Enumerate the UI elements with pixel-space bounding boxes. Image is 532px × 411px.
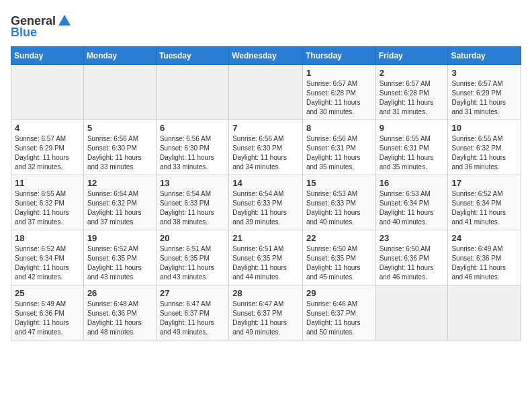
day-detail: Sunrise: 6:57 AMSunset: 6:28 PMDaylight:… — [380, 79, 445, 117]
day-cell — [448, 285, 521, 340]
day-cell: 6Sunrise: 6:56 AMSunset: 6:30 PMDaylight… — [156, 120, 228, 175]
day-cell: 8Sunrise: 6:56 AMSunset: 6:31 PMDaylight… — [302, 120, 375, 175]
day-number: 6 — [160, 123, 225, 133]
day-cell: 12Sunrise: 6:54 AMSunset: 6:32 PMDayligh… — [83, 175, 156, 230]
logo: General Blue — [11, 13, 73, 40]
day-detail: Sunrise: 6:52 AMSunset: 6:34 PMDaylight:… — [15, 244, 80, 282]
day-cell: 5Sunrise: 6:56 AMSunset: 6:30 PMDaylight… — [83, 120, 156, 175]
day-number: 29 — [306, 288, 372, 298]
day-detail: Sunrise: 6:54 AMSunset: 6:32 PMDaylight:… — [87, 189, 152, 227]
day-number: 16 — [380, 178, 445, 188]
day-detail: Sunrise: 6:56 AMSunset: 6:30 PMDaylight:… — [232, 134, 299, 172]
day-number: 23 — [380, 233, 445, 243]
day-cell: 22Sunrise: 6:50 AMSunset: 6:35 PMDayligh… — [302, 230, 375, 285]
day-number: 12 — [87, 178, 152, 188]
day-detail: Sunrise: 6:56 AMSunset: 6:30 PMDaylight:… — [87, 134, 152, 172]
day-number: 7 — [232, 123, 299, 133]
day-detail: Sunrise: 6:52 AMSunset: 6:34 PMDaylight:… — [451, 189, 517, 227]
day-detail: Sunrise: 6:52 AMSunset: 6:35 PMDaylight:… — [87, 244, 152, 282]
day-cell — [83, 65, 156, 120]
day-detail: Sunrise: 6:54 AMSunset: 6:33 PMDaylight:… — [160, 189, 225, 227]
day-detail: Sunrise: 6:56 AMSunset: 6:31 PMDaylight:… — [306, 134, 372, 172]
day-cell: 15Sunrise: 6:53 AMSunset: 6:33 PMDayligh… — [302, 175, 375, 230]
day-number: 21 — [232, 233, 299, 243]
day-number: 13 — [160, 178, 225, 188]
day-cell: 13Sunrise: 6:54 AMSunset: 6:33 PMDayligh… — [156, 175, 228, 230]
week-row-1: 1Sunrise: 6:57 AMSunset: 6:28 PMDaylight… — [11, 65, 521, 120]
day-detail: Sunrise: 6:49 AMSunset: 6:36 PMDaylight:… — [15, 300, 80, 337]
day-cell: 27Sunrise: 6:47 AMSunset: 6:37 PMDayligh… — [156, 285, 228, 340]
col-header-monday: Monday — [83, 47, 156, 65]
logo-blue: Blue — [11, 26, 37, 40]
day-number: 10 — [451, 123, 517, 133]
day-cell: 16Sunrise: 6:53 AMSunset: 6:34 PMDayligh… — [375, 175, 448, 230]
day-cell: 9Sunrise: 6:55 AMSunset: 6:31 PMDaylight… — [375, 120, 448, 175]
day-number: 14 — [232, 178, 299, 188]
day-detail: Sunrise: 6:57 AMSunset: 6:28 PMDaylight:… — [306, 79, 372, 117]
week-row-5: 25Sunrise: 6:49 AMSunset: 6:36 PMDayligh… — [11, 285, 521, 340]
day-cell: 10Sunrise: 6:55 AMSunset: 6:32 PMDayligh… — [448, 120, 521, 175]
svg-marker-0 — [58, 15, 71, 26]
header: General Blue — [11, 11, 521, 40]
day-detail: Sunrise: 6:50 AMSunset: 6:36 PMDaylight:… — [380, 244, 445, 282]
day-cell: 19Sunrise: 6:52 AMSunset: 6:35 PMDayligh… — [83, 230, 156, 285]
day-detail: Sunrise: 6:51 AMSunset: 6:35 PMDaylight:… — [232, 244, 299, 282]
logo-icon — [57, 13, 72, 28]
day-detail: Sunrise: 6:46 AMSunset: 6:37 PMDaylight:… — [306, 300, 372, 337]
day-number: 20 — [160, 233, 225, 243]
day-detail: Sunrise: 6:55 AMSunset: 6:31 PMDaylight:… — [380, 134, 445, 172]
col-header-wednesday: Wednesday — [229, 47, 303, 65]
day-cell: 25Sunrise: 6:49 AMSunset: 6:36 PMDayligh… — [11, 285, 84, 340]
col-header-thursday: Thursday — [302, 47, 375, 65]
day-number: 1 — [306, 68, 372, 78]
day-number: 8 — [306, 123, 372, 133]
day-number: 28 — [232, 288, 299, 298]
day-number: 9 — [380, 123, 445, 133]
day-detail: Sunrise: 6:51 AMSunset: 6:35 PMDaylight:… — [160, 244, 225, 282]
day-detail: Sunrise: 6:56 AMSunset: 6:30 PMDaylight:… — [160, 134, 225, 172]
day-detail: Sunrise: 6:55 AMSunset: 6:32 PMDaylight:… — [15, 189, 80, 227]
week-row-4: 18Sunrise: 6:52 AMSunset: 6:34 PMDayligh… — [11, 230, 521, 285]
day-number: 24 — [451, 233, 517, 243]
day-cell — [156, 65, 228, 120]
col-header-tuesday: Tuesday — [156, 47, 228, 65]
day-number: 22 — [306, 233, 372, 243]
day-cell: 7Sunrise: 6:56 AMSunset: 6:30 PMDaylight… — [229, 120, 303, 175]
day-detail: Sunrise: 6:53 AMSunset: 6:34 PMDaylight:… — [380, 189, 445, 227]
day-detail: Sunrise: 6:53 AMSunset: 6:33 PMDaylight:… — [306, 189, 372, 227]
day-number: 17 — [451, 178, 517, 188]
day-number: 2 — [380, 68, 445, 78]
day-cell: 24Sunrise: 6:49 AMSunset: 6:36 PMDayligh… — [448, 230, 521, 285]
day-cell: 14Sunrise: 6:54 AMSunset: 6:33 PMDayligh… — [229, 175, 303, 230]
day-number: 5 — [87, 123, 152, 133]
week-row-3: 11Sunrise: 6:55 AMSunset: 6:32 PMDayligh… — [11, 175, 521, 230]
calendar-table: SundayMondayTuesdayWednesdayThursdayFrid… — [11, 46, 521, 340]
day-cell: 3Sunrise: 6:57 AMSunset: 6:29 PMDaylight… — [448, 65, 521, 120]
day-number: 4 — [15, 123, 80, 133]
col-header-sunday: Sunday — [11, 47, 84, 65]
col-header-saturday: Saturday — [448, 47, 521, 65]
day-detail: Sunrise: 6:48 AMSunset: 6:36 PMDaylight:… — [87, 300, 152, 337]
day-detail: Sunrise: 6:47 AMSunset: 6:37 PMDaylight:… — [160, 300, 225, 337]
day-cell: 1Sunrise: 6:57 AMSunset: 6:28 PMDaylight… — [302, 65, 375, 120]
day-detail: Sunrise: 6:57 AMSunset: 6:29 PMDaylight:… — [451, 79, 517, 117]
day-detail: Sunrise: 6:54 AMSunset: 6:33 PMDaylight:… — [232, 189, 299, 227]
header-row: SundayMondayTuesdayWednesdayThursdayFrid… — [11, 47, 521, 65]
day-cell — [229, 65, 303, 120]
day-cell — [11, 65, 84, 120]
day-detail: Sunrise: 6:49 AMSunset: 6:36 PMDaylight:… — [451, 244, 517, 282]
day-cell: 4Sunrise: 6:57 AMSunset: 6:29 PMDaylight… — [11, 120, 84, 175]
day-cell: 2Sunrise: 6:57 AMSunset: 6:28 PMDaylight… — [375, 65, 448, 120]
day-number: 25 — [15, 288, 80, 298]
col-header-friday: Friday — [375, 47, 448, 65]
day-detail: Sunrise: 6:50 AMSunset: 6:35 PMDaylight:… — [306, 244, 372, 282]
day-cell: 21Sunrise: 6:51 AMSunset: 6:35 PMDayligh… — [229, 230, 303, 285]
day-detail: Sunrise: 6:55 AMSunset: 6:32 PMDaylight:… — [451, 134, 517, 172]
week-row-2: 4Sunrise: 6:57 AMSunset: 6:29 PMDaylight… — [11, 120, 521, 175]
day-number: 27 — [160, 288, 225, 298]
day-detail: Sunrise: 6:57 AMSunset: 6:29 PMDaylight:… — [15, 134, 80, 172]
day-cell: 29Sunrise: 6:46 AMSunset: 6:37 PMDayligh… — [302, 285, 375, 340]
day-number: 11 — [15, 178, 80, 188]
day-cell — [375, 285, 448, 340]
day-detail: Sunrise: 6:47 AMSunset: 6:37 PMDaylight:… — [232, 300, 299, 337]
